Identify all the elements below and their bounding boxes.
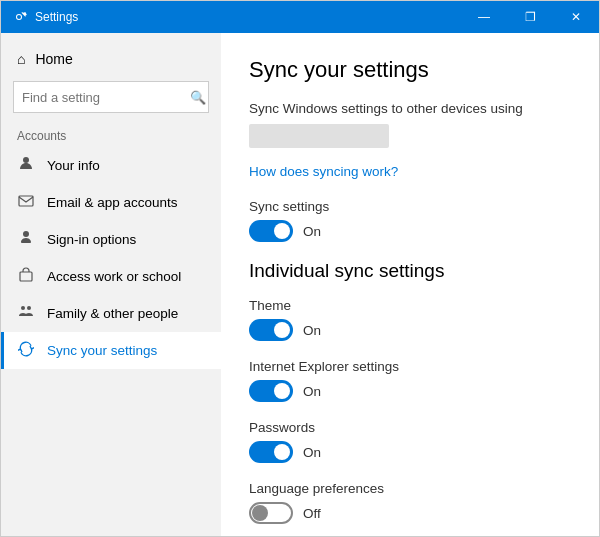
individual-sync-title: Individual sync settings xyxy=(249,260,571,282)
sidebar-section-label: Accounts xyxy=(1,121,221,147)
theme-track xyxy=(249,319,293,341)
theme-thumb xyxy=(274,322,290,338)
sync-settings-toggle[interactable] xyxy=(249,220,293,242)
titlebar-title: Settings xyxy=(35,10,78,24)
sync-settings-toggle-row: On xyxy=(249,220,571,242)
email-app-accounts-label: Email & app accounts xyxy=(47,195,178,210)
passwords-state: On xyxy=(303,445,321,460)
titlebar-left: Settings xyxy=(11,9,78,25)
sync-settings-label: Sync your settings xyxy=(47,343,157,358)
titlebar: Settings — ❐ ✕ xyxy=(1,1,599,33)
settings-window: Settings — ❐ ✕ ⌂ Home 🔍 Accounts Y xyxy=(0,0,600,537)
sync-settings-track xyxy=(249,220,293,242)
email-icon xyxy=(17,193,35,212)
search-input[interactable] xyxy=(22,90,190,105)
ie-track xyxy=(249,380,293,402)
passwords-toggle[interactable] xyxy=(249,441,293,463)
theme-toggle[interactable] xyxy=(249,319,293,341)
svg-point-3 xyxy=(21,306,25,310)
titlebar-controls: — ❐ ✕ xyxy=(461,1,599,33)
minimize-button[interactable]: — xyxy=(461,1,507,33)
ie-settings-row: Internet Explorer settings On xyxy=(249,359,571,402)
sync-icon xyxy=(17,341,35,360)
family-icon xyxy=(17,304,35,323)
family-other-people-label: Family & other people xyxy=(47,306,178,321)
theme-setting-row: Theme On xyxy=(249,298,571,341)
home-label: Home xyxy=(35,51,72,67)
language-prefs-toggle-row: Off xyxy=(249,502,571,524)
sidebar-item-access-work-school[interactable]: Access work or school xyxy=(1,258,221,295)
passwords-toggle-row: On xyxy=(249,441,571,463)
search-icon: 🔍 xyxy=(190,90,206,105)
home-icon: ⌂ xyxy=(17,51,25,67)
theme-state: On xyxy=(303,323,321,338)
ie-state: On xyxy=(303,384,321,399)
sidebar: ⌂ Home 🔍 Accounts Your info Email & app … xyxy=(1,33,221,536)
page-title: Sync your settings xyxy=(249,57,571,83)
content-area: ⌂ Home 🔍 Accounts Your info Email & app … xyxy=(1,33,599,536)
passwords-track xyxy=(249,441,293,463)
sync-settings-thumb xyxy=(274,223,290,239)
language-prefs-thumb xyxy=(252,505,268,521)
svg-rect-2 xyxy=(20,272,32,281)
account-bar xyxy=(249,124,389,148)
ie-toggle[interactable] xyxy=(249,380,293,402)
theme-toggle-row: On xyxy=(249,319,571,341)
search-box[interactable]: 🔍 xyxy=(13,81,209,113)
work-icon xyxy=(17,267,35,286)
sync-description: Sync Windows settings to other devices u… xyxy=(249,101,571,116)
signin-icon xyxy=(17,230,35,249)
maximize-button[interactable]: ❐ xyxy=(507,1,553,33)
sidebar-item-sign-in-options[interactable]: Sign-in options xyxy=(1,221,221,258)
close-button[interactable]: ✕ xyxy=(553,1,599,33)
language-prefs-state: Off xyxy=(303,506,321,521)
passwords-thumb xyxy=(274,444,290,460)
passwords-setting-row: Passwords On xyxy=(249,420,571,463)
svg-rect-0 xyxy=(23,157,29,163)
passwords-label: Passwords xyxy=(249,420,571,435)
language-prefs-label: Language preferences xyxy=(249,481,571,496)
your-info-label: Your info xyxy=(47,158,100,173)
language-prefs-setting-row: Language preferences Off xyxy=(249,481,571,524)
ie-toggle-row: On xyxy=(249,380,571,402)
sidebar-item-home[interactable]: ⌂ Home xyxy=(1,41,221,77)
sync-settings-row: Sync settings On xyxy=(249,199,571,242)
svg-point-4 xyxy=(27,306,31,310)
language-prefs-track xyxy=(249,502,293,524)
language-prefs-toggle[interactable] xyxy=(249,502,293,524)
ie-label: Internet Explorer settings xyxy=(249,359,571,374)
ie-thumb xyxy=(274,383,290,399)
sign-in-options-label: Sign-in options xyxy=(47,232,136,247)
svg-rect-1 xyxy=(19,196,33,206)
sidebar-item-sync-settings[interactable]: Sync your settings xyxy=(1,332,221,369)
access-work-school-label: Access work or school xyxy=(47,269,181,284)
settings-app-icon xyxy=(11,9,27,25)
sync-settings-state: On xyxy=(303,224,321,239)
how-sync-link[interactable]: How does syncing work? xyxy=(249,164,398,179)
your-info-icon xyxy=(17,156,35,175)
sidebar-item-email-app-accounts[interactable]: Email & app accounts xyxy=(1,184,221,221)
main-panel: Sync your settings Sync Windows settings… xyxy=(221,33,599,536)
sidebar-item-family-other-people[interactable]: Family & other people xyxy=(1,295,221,332)
sidebar-item-your-info[interactable]: Your info xyxy=(1,147,221,184)
theme-label: Theme xyxy=(249,298,571,313)
sync-settings-label: Sync settings xyxy=(249,199,571,214)
